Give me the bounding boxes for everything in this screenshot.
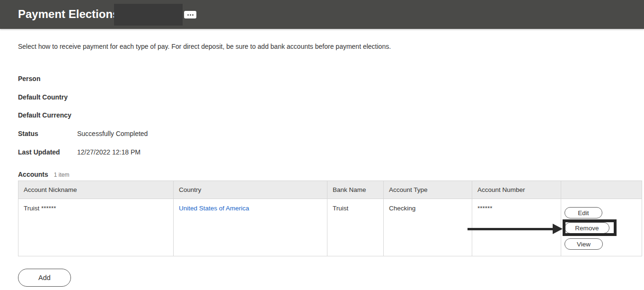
view-button[interactable]: View	[565, 238, 603, 250]
field-label: Person	[18, 75, 77, 82]
accounts-table: Account Nickname Country Bank Name Accou…	[18, 181, 642, 256]
more-actions-button[interactable]	[184, 11, 196, 18]
field-label: Default Currency	[18, 111, 77, 119]
cell-country: United States of America	[174, 199, 327, 256]
ellipsis-icon	[192, 14, 194, 16]
col-header-account-number: Account Number	[472, 181, 561, 199]
add-button[interactable]: Add	[18, 269, 71, 287]
ellipsis-icon	[190, 14, 191, 16]
accounts-section-heading: Accounts 1 item	[18, 171, 69, 178]
col-header-account-type: Account Type	[384, 181, 472, 199]
cell-account-number: ******	[472, 199, 561, 256]
field-label: Last Updated	[18, 148, 77, 156]
table-row: Truist ****** United States of America T…	[18, 199, 642, 256]
cell-account-nickname: Truist ******	[18, 199, 174, 256]
remove-button[interactable]: Remove	[565, 222, 609, 234]
detail-fields: Person Default Country Default Currency …	[18, 75, 349, 166]
status-value: Successfully Completed	[77, 130, 148, 137]
field-status: Status Successfully Completed	[18, 130, 349, 148]
row-actions: Edit Remove View	[561, 199, 642, 250]
table-header-row: Account Nickname Country Bank Name Accou…	[18, 181, 642, 199]
accounts-title: Accounts	[18, 171, 48, 178]
page-header: Payment Elections	[0, 0, 644, 29]
col-header-bank-name: Bank Name	[327, 181, 384, 199]
instruction-text: Select how to receive payment for each t…	[18, 43, 391, 50]
cell-actions: Edit Remove View	[561, 199, 642, 256]
col-header-actions	[561, 181, 642, 199]
field-last-updated: Last Updated 12/27/2022 12:18 PM	[18, 148, 349, 167]
field-label: Status	[18, 130, 77, 137]
redacted-name-block	[114, 4, 183, 26]
col-header-account-nickname: Account Nickname	[18, 181, 174, 199]
page-title: Payment Elections	[18, 8, 119, 21]
field-default-country: Default Country	[18, 93, 349, 112]
field-label: Default Country	[18, 93, 77, 101]
ellipsis-icon	[187, 14, 189, 16]
last-updated-value: 12/27/2022 12:18 PM	[77, 148, 141, 156]
cell-bank-name: Truist	[327, 199, 384, 256]
field-person: Person	[18, 75, 349, 93]
accounts-item-count: 1 item	[54, 172, 70, 178]
country-link[interactable]: United States of America	[179, 205, 249, 212]
edit-button[interactable]: Edit	[565, 207, 602, 218]
col-header-country: Country	[174, 181, 327, 199]
cell-account-type: Checking	[384, 199, 472, 256]
field-default-currency: Default Currency	[18, 111, 349, 130]
